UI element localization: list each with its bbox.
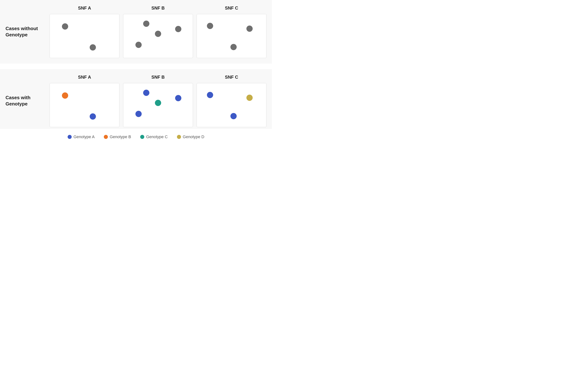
legend-item-c: Genotype C: [140, 135, 168, 139]
panel-group-1-a: SNF A: [50, 75, 119, 127]
section-with-genotype: Cases with Genotype SNF A SNF B SNF C: [0, 69, 272, 129]
panel-snf-c-without: [197, 14, 267, 58]
case-dot: [62, 23, 68, 30]
case-dot: [246, 95, 253, 101]
panel-group-1-c: SNF C: [197, 75, 267, 127]
legend-dot-icon: [104, 135, 108, 139]
panel-title: SNF B: [151, 75, 165, 80]
panel-group-0-b: SNF B: [123, 6, 193, 58]
legend-label: Genotype A: [74, 135, 95, 139]
legend-label: Genotype C: [146, 135, 168, 139]
panels-row-1: SNF A SNF B SNF C: [50, 75, 267, 127]
row-label-with: Cases with Genotype: [6, 95, 50, 107]
case-dot: [135, 42, 142, 48]
panel-group-0-a: SNF A: [50, 6, 119, 58]
case-dot: [143, 90, 149, 96]
case-dot: [207, 23, 213, 29]
panel-title: SNF A: [78, 6, 91, 11]
case-dot: [175, 26, 181, 32]
case-dot: [230, 113, 237, 119]
panel-title: SNF A: [78, 75, 91, 80]
case-dot: [155, 100, 161, 106]
panel-group-0-c: SNF C: [197, 6, 267, 58]
panels-row-0: SNF A SNF B SNF C: [50, 6, 267, 58]
legend-dot-icon: [140, 135, 144, 139]
case-dot: [175, 95, 181, 101]
case-dot: [155, 31, 161, 37]
legend: Genotype A Genotype B Genotype C Genotyp…: [0, 129, 272, 147]
case-dot: [207, 92, 213, 98]
panel-snf-a-with: [50, 83, 119, 127]
legend-item-d: Genotype D: [177, 135, 204, 139]
case-dot: [143, 21, 149, 27]
case-dot: [90, 113, 96, 120]
case-dot: [135, 111, 142, 117]
legend-item-b: Genotype B: [104, 135, 131, 139]
case-dot: [246, 26, 253, 32]
case-dot: [230, 44, 237, 50]
legend-label: Genotype D: [183, 135, 204, 139]
case-dot: [90, 44, 96, 51]
section-gap: [0, 64, 272, 69]
legend-dot-icon: [177, 135, 181, 139]
section-without-genotype: Cases without Genotype SNF A SNF B SNF C: [0, 0, 272, 64]
legend-item-a: Genotype A: [68, 135, 95, 139]
legend-label: Genotype B: [110, 135, 131, 139]
panel-title: SNF C: [225, 6, 238, 11]
panel-snf-b-without: [123, 14, 193, 58]
panel-title: SNF C: [225, 75, 238, 80]
panel-title: SNF B: [151, 6, 165, 11]
panel-group-1-b: SNF B: [123, 75, 193, 127]
panel-snf-c-with: [197, 83, 267, 127]
row-label-without: Cases without Genotype: [6, 26, 50, 38]
case-dot: [62, 92, 68, 99]
panel-snf-a-without: [50, 14, 119, 58]
panel-snf-b-with: [123, 83, 193, 127]
legend-dot-icon: [68, 135, 72, 139]
